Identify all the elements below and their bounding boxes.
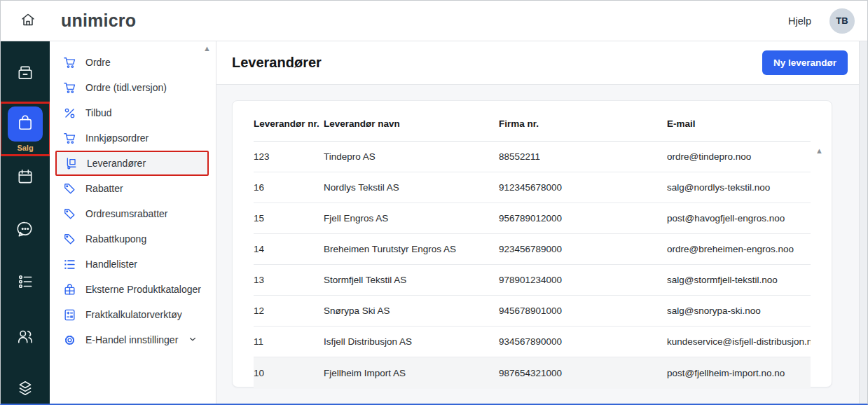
cell-supplier-nr: 12 xyxy=(254,306,324,316)
percent-icon xyxy=(62,106,76,120)
cell-company-nr: 945678901000 xyxy=(499,306,667,316)
menu-item-ordresumsrabatter[interactable]: Ordresumsrabatter xyxy=(50,201,216,226)
column-header-supplier-nr[interactable]: Leverandør nr. xyxy=(254,118,324,129)
menu-item-innkjopsordrer[interactable]: Innkjøpsordrer xyxy=(50,125,216,151)
cart-icon xyxy=(62,55,76,69)
cell-supplier-name: Snørypa Ski AS xyxy=(324,306,499,316)
chevron-down-icon xyxy=(188,334,198,346)
sidebar-item-layers[interactable] xyxy=(16,379,34,397)
table-row[interactable]: 16 Nordlys Tekstil AS 912345678000 salg@… xyxy=(254,172,811,203)
cell-company-nr: 956789012000 xyxy=(499,213,667,224)
cell-supplier-nr: 16 xyxy=(254,182,324,193)
cell-supplier-nr: 14 xyxy=(254,244,324,254)
catalog-icon xyxy=(62,282,76,296)
menu-item-label: Ordresumsrabatter xyxy=(85,208,167,219)
menu-item-rabatter[interactable]: Rabatter xyxy=(50,176,216,201)
cell-supplier-name: Fjellheim Import AS xyxy=(324,368,499,378)
home-icon xyxy=(20,11,36,31)
menu-item-fraktkalkulatorverktoy[interactable]: Fraktkalkulatorverktøy xyxy=(50,302,216,327)
table-row[interactable]: 13 Stormfjell Tekstil AS 978901234000 sa… xyxy=(254,265,811,296)
user-avatar[interactable]: TB xyxy=(829,8,855,34)
sidebar-item-lists[interactable] xyxy=(16,273,34,291)
menu-item-ordre[interactable]: Ordre xyxy=(50,50,216,75)
table-row[interactable]: 11 Isfjell Distribusjon AS 934567890000 … xyxy=(254,327,811,357)
cell-email: ordre@breheimen-engros.noo xyxy=(667,244,811,254)
calculator-icon xyxy=(62,308,76,322)
cart-icon xyxy=(62,81,76,95)
menu-item-ordre-tidl-versjon[interactable]: Ordre (tidl.versjon) xyxy=(50,75,216,100)
secondary-sidebar: ▲ Ordre Ordre (tidl.versjon) Tilbud xyxy=(50,41,216,404)
cell-supplier-name: Isfjell Distribusjon AS xyxy=(324,336,499,347)
primary-sidebar: Salg xyxy=(1,41,50,404)
unimicro-logo: unimicro xyxy=(61,11,136,31)
menu-item-label: Rabatter xyxy=(85,183,123,194)
menu-item-label: Tilbud xyxy=(85,107,112,118)
cell-email: salg@nordlys-tekstil.noo xyxy=(667,182,811,193)
menu-item-label: E-Handel innstillinger xyxy=(85,334,178,345)
scroll-up-icon[interactable]: ▲ xyxy=(203,45,211,53)
hand-truck-icon xyxy=(64,156,78,170)
menu-item-label: Ordre (tidl.versjon) xyxy=(85,82,167,93)
table-scroll-up-icon[interactable]: ▲ xyxy=(815,147,823,155)
cell-supplier-name: Breheimen Turutstyr Engros AS xyxy=(324,244,499,254)
menu-item-label: Leverandører xyxy=(87,158,146,169)
shopping-bag-icon xyxy=(16,114,34,135)
vertical-scrollbar[interactable] xyxy=(859,41,867,404)
cell-company-nr: 88552211 xyxy=(499,151,667,162)
cell-email: post@havogfjell-engros.noo xyxy=(667,213,811,224)
calendar-icon xyxy=(16,176,34,188)
menu-item-label: Ordre xyxy=(85,57,111,68)
cell-company-nr: 934567890000 xyxy=(499,336,667,347)
people-icon xyxy=(16,336,34,348)
chat-icon xyxy=(16,228,34,240)
menu-item-label: Fraktkalkulatorverktøy xyxy=(85,309,182,320)
cell-supplier-nr: 15 xyxy=(254,213,324,224)
cell-supplier-name: Fjell Engros AS xyxy=(324,213,499,224)
layers-icon xyxy=(16,387,34,399)
menu-item-leverandorer[interactable]: Leverandører xyxy=(55,151,209,176)
column-header-email[interactable]: E-mail xyxy=(667,118,811,129)
cell-company-nr: 978901234000 xyxy=(499,275,667,285)
sidebar-item-register[interactable] xyxy=(16,64,34,82)
cell-email: ordre@tindepro.noo xyxy=(667,151,811,162)
menu-item-ehandel-innstillinger[interactable]: E-Handel innstillinger xyxy=(50,327,216,352)
table-row[interactable]: 123 Tindepro AS 88552211 ordre@tindepro.… xyxy=(254,142,811,172)
sidebar-item-salg[interactable] xyxy=(8,107,43,142)
sidebar-item-calendar[interactable] xyxy=(16,167,34,186)
annotation-box-salg: Salg xyxy=(1,102,50,156)
column-header-company-nr[interactable]: Firma nr. xyxy=(499,118,667,129)
cell-supplier-nr: 11 xyxy=(254,336,324,347)
menu-item-handlelister[interactable]: Handlelister xyxy=(50,252,216,277)
menu-item-label: Innkjøpsordrer xyxy=(85,132,149,144)
bullet-list-icon xyxy=(16,281,34,293)
menu-item-label: Rabattkupong xyxy=(85,233,146,245)
cell-supplier-nr: 123 xyxy=(254,151,324,162)
sidebar-item-contacts[interactable] xyxy=(16,327,34,345)
new-supplier-button[interactable]: Ny leverandør xyxy=(762,50,848,75)
tag-icon xyxy=(62,232,76,246)
table-row[interactable]: 12 Snørypa Ski AS 945678901000 salg@snor… xyxy=(254,296,811,327)
menu-item-tilbud[interactable]: Tilbud xyxy=(50,100,216,125)
tag-icon xyxy=(62,207,76,221)
menu-item-rabattkupong[interactable]: Rabattkupong xyxy=(50,226,216,252)
home-button[interactable] xyxy=(18,11,39,32)
sidebar-item-salg-label: Salg xyxy=(17,144,33,152)
sidebar-item-chat[interactable] xyxy=(16,220,34,238)
page-header: Leverandører Ny leverandør xyxy=(216,41,859,85)
cell-company-nr: 923456789000 xyxy=(499,244,667,254)
cell-supplier-name: Nordlys Tekstil AS xyxy=(324,182,499,193)
table-row[interactable]: 14 Breheimen Turutstyr Engros AS 9234567… xyxy=(254,234,811,265)
menu-item-label: Eksterne Produktkataloger xyxy=(85,284,201,295)
cell-email: post@fjellheim-import.no.no xyxy=(667,368,811,378)
list-icon xyxy=(62,257,76,271)
table-row[interactable]: 15 Fjell Engros AS 956789012000 post@hav… xyxy=(254,203,811,234)
help-link[interactable]: Hjelp xyxy=(788,15,811,27)
table-row[interactable]: 10 Fjellheim Import AS 987654321000 post… xyxy=(254,357,811,388)
cell-email: kundeservice@isfjell-distribusjon.noo xyxy=(667,336,811,347)
cell-company-nr: 912345678000 xyxy=(499,182,667,193)
tag-icon xyxy=(62,181,76,195)
table-header-row: Leverandør nr. Leverandør navn Firma nr.… xyxy=(254,101,811,142)
column-header-supplier-name[interactable]: Leverandør navn xyxy=(324,118,499,129)
cell-supplier-name: Tindepro AS xyxy=(324,151,499,162)
menu-item-eksterne-produktkataloger[interactable]: Eksterne Produktkataloger xyxy=(50,277,216,302)
